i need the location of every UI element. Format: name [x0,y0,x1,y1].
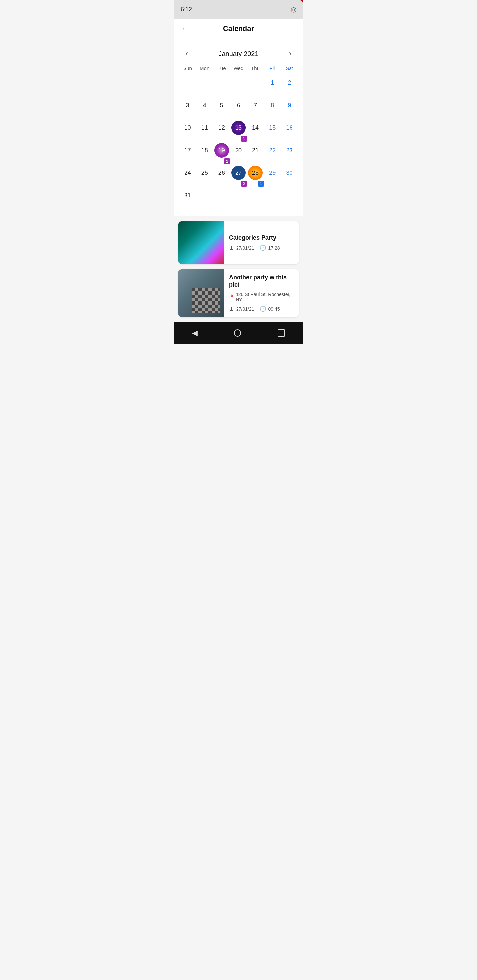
calendar-grid: 0 0 0 0 0 1 2 3 4 5 6 7 8 9 10 11 12 13 … [179,74,298,209]
header-mon: Mon [196,63,213,73]
app-header: ← Calendar [174,19,303,40]
cal-cell-empty-3: 0 [213,187,230,209]
header-thu: Thu [247,63,264,73]
badge-28: 1 [258,181,264,187]
cal-cell-29[interactable]: 29 [264,164,281,187]
debug-badge: DEBUG [287,0,303,5]
back-button[interactable]: ← [180,24,188,33]
header-wed: Wed [230,63,247,73]
cal-cell-empty-mon: 0 [196,74,213,97]
status-time: 6:12 [180,6,192,13]
cal-cell-15[interactable]: 15 [264,119,281,142]
event-card-2[interactable]: Another party w this pict 📍 126 St Paul … [178,269,299,317]
bottom-nav: ◀ [174,323,303,344]
nav-home-icon [234,329,241,337]
prev-chevron-icon: ‹ [186,49,188,58]
header-sun: Sun [179,63,196,73]
calendar-icon-2: 🗓 [229,306,234,312]
cal-cell-18[interactable]: 18 [196,142,213,164]
cal-cell-24[interactable]: 24 [179,164,196,187]
cal-cell-16[interactable]: 16 [281,119,298,142]
event-location-2: 📍 126 St Paul St, Rochester, NY [229,292,295,302]
cal-cell-10[interactable]: 10 [179,119,196,142]
event-image-2 [178,269,224,317]
cal-cell-9[interactable]: 9 [281,97,298,119]
status-bar: 6:12 ◎ DEBUG [174,0,303,19]
event-title-1: Categories Party [229,234,280,242]
page-title: Calendar [223,24,254,33]
header-tue: Tue [213,63,230,73]
event-title-2: Another party w this pict [229,274,295,288]
cal-cell-21[interactable]: 21 [247,142,264,164]
month-navigation: ‹ January 2021 › [179,43,298,63]
calendar-container: ‹ January 2021 › Sun Mon Tue Wed Thu Fri… [174,40,303,216]
cal-cell-19[interactable]: 19 1 [213,142,230,164]
event-meta-2: 🗓 27/01/21 🕐 09:45 [229,305,295,312]
cal-cell-14[interactable]: 14 [247,119,264,142]
event-date-1: 🗓 27/01/21 [229,245,254,251]
cal-cell-30[interactable]: 30 [281,164,298,187]
location-pin-icon: 📍 [229,294,235,300]
cal-cell-20[interactable]: 20 [230,142,247,164]
calendar-icon-1: 🗓 [229,245,234,251]
badge-19: 1 [224,158,230,164]
event-card-1-content: Categories Party 🗓 27/01/21 🕐 17:28 [224,221,284,264]
notification-icon: ◎ [291,5,297,13]
cal-cell-25[interactable]: 25 [196,164,213,187]
cal-cell-17[interactable]: 17 [179,142,196,164]
cal-cell-empty-wed: 0 [230,74,247,97]
event-card-1[interactable]: Categories Party 🗓 27/01/21 🕐 17:28 [178,221,299,264]
cal-cell-empty-thu: 0 [247,74,264,97]
events-list: Categories Party 🗓 27/01/21 🕐 17:28 Anot… [174,216,303,323]
cal-cell-1[interactable]: 1 [264,74,281,97]
event-meta-1: 🗓 27/01/21 🕐 17:28 [229,245,280,251]
cal-cell-8[interactable]: 8 [264,97,281,119]
cal-cell-6[interactable]: 6 [230,97,247,119]
cal-cell-empty-5: 0 [247,187,264,209]
clock-icon-2: 🕐 [260,305,266,312]
prev-month-button[interactable]: ‹ [182,48,192,59]
cal-cell-7[interactable]: 7 [247,97,264,119]
nav-home-button[interactable] [234,329,241,337]
badge-13: 1 [241,136,247,142]
month-title: January 2021 [218,50,258,57]
nav-recents-icon [278,329,285,337]
cal-cell-22[interactable]: 22 [264,142,281,164]
event-card-2-content: Another party w this pict 📍 126 St Paul … [224,269,299,317]
event-time-2: 🕐 09:45 [260,305,280,312]
cal-cell-27[interactable]: 27 2 [230,164,247,187]
nav-back-icon: ◀ [192,329,198,337]
cal-cell-26[interactable]: 26 [213,164,230,187]
event-image-1 [178,221,224,264]
day-headers: Sun Mon Tue Wed Thu Fri Sat [179,63,298,73]
cal-cell-empty-sun: 0 [179,74,196,97]
back-arrow-icon: ← [180,24,188,33]
cal-cell-28[interactable]: 28 1 [247,164,264,187]
cal-cell-4[interactable]: 4 [196,97,213,119]
next-chevron-icon: › [289,49,291,58]
cal-cell-3[interactable]: 3 [179,97,196,119]
cal-cell-empty-7: 0 [281,187,298,209]
cal-cell-12[interactable]: 12 [213,119,230,142]
header-fri: Fri [264,63,281,73]
cal-cell-31[interactable]: 31 [179,187,196,209]
header-sat: Sat [281,63,298,73]
clock-icon-1: 🕐 [260,245,266,251]
cal-cell-empty-tue: 0 [213,74,230,97]
cal-cell-11[interactable]: 11 [196,119,213,142]
event-time-1: 🕐 17:28 [260,245,280,251]
next-month-button[interactable]: › [285,48,295,59]
cal-cell-empty-2: 0 [196,187,213,209]
cal-cell-23[interactable]: 23 [281,142,298,164]
cal-cell-empty-6: 0 [264,187,281,209]
nav-recents-button[interactable] [278,329,285,337]
cal-cell-13[interactable]: 13 1 [230,119,247,142]
cal-cell-5[interactable]: 5 [213,97,230,119]
nav-back-button[interactable]: ◀ [192,329,198,337]
cal-cell-empty-4: 0 [230,187,247,209]
event-date-2: 🗓 27/01/21 [229,306,254,312]
badge-27: 2 [241,181,247,187]
cal-cell-2[interactable]: 2 [281,74,298,97]
